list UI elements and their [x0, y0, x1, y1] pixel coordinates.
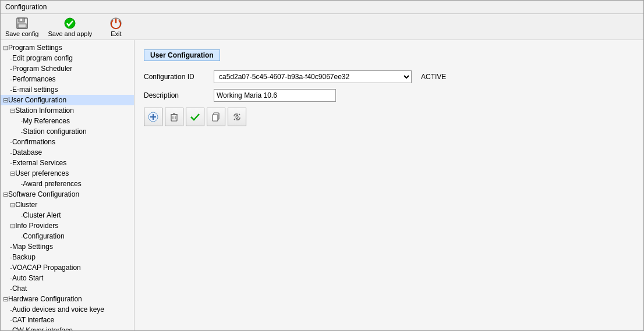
save-icon: [15, 16, 29, 30]
sidebar-item-auto-start[interactable]: - Auto Start: [1, 273, 134, 283]
activate-button[interactable]: [186, 108, 204, 126]
sidebar-item-external-services[interactable]: - External Services: [1, 158, 134, 168]
svg-rect-3: [20, 19, 22, 21]
sidebar-item-user-configuration[interactable]: ⊟ User Configuration: [1, 95, 134, 105]
sidebar-item-station-information[interactable]: ⊟ Station Information: [1, 105, 134, 116]
save-apply-icon: [63, 16, 77, 30]
section-title: User Configuration: [144, 49, 220, 61]
sidebar: ⊟ Program Settings - Edit program config…: [1, 40, 135, 330]
action-buttons: [144, 108, 634, 126]
content-area: User Configuration Configuration ID ca5d…: [135, 40, 643, 330]
svg-line-18: [239, 114, 240, 115]
description-input[interactable]: [214, 89, 336, 102]
sidebar-item-backup[interactable]: - Backup: [1, 252, 134, 262]
save-config-label: Save config: [5, 30, 38, 37]
config-id-label: Configuration ID: [144, 73, 214, 81]
svg-rect-10: [171, 115, 177, 121]
status-badge: ACTIVE: [421, 73, 446, 81]
description-row: Description: [144, 89, 634, 102]
sidebar-item-map-settings[interactable]: - Map Settings: [1, 241, 134, 252]
exit-label: Exit: [111, 30, 121, 37]
sidebar-item-voacap-propagation[interactable]: - VOACAP Propagation: [1, 262, 134, 273]
sidebar-item-configuration[interactable]: - Configuration: [1, 231, 134, 241]
main-window: Configuration Save config Save an: [0, 0, 644, 331]
sidebar-item-award-preferences[interactable]: - Award preferences: [1, 179, 134, 189]
save-config-button[interactable]: Save config: [5, 16, 38, 37]
svg-rect-16: [213, 115, 218, 121]
sidebar-item-cluster[interactable]: ⊟ Cluster: [1, 200, 134, 210]
sidebar-item-edit-program-config[interactable]: - Edit program config: [1, 53, 134, 63]
sidebar-item-chat[interactable]: - Chat: [1, 283, 134, 294]
sidebar-item-database[interactable]: - Database: [1, 147, 134, 158]
sidebar-item-cat-interface[interactable]: - CAT interface: [1, 315, 134, 325]
sidebar-item-station-configuration[interactable]: - Station configuration: [1, 126, 134, 137]
sidebar-item-cw-keyer[interactable]: - CW Keyer interface: [1, 325, 134, 330]
sidebar-item-info-providers[interactable]: ⊟ Info Providers: [1, 220, 134, 231]
toolbar: Save config Save and apply Exit: [1, 14, 643, 40]
title-bar: Configuration: [1, 1, 643, 14]
save-apply-button[interactable]: Save and apply: [48, 16, 92, 37]
config-id-row: Configuration ID ca5d2a07-5c45-4607-b93a…: [144, 70, 634, 83]
save-apply-label: Save and apply: [48, 30, 92, 37]
exit-button[interactable]: Exit: [101, 16, 130, 37]
sidebar-item-program-scheduler[interactable]: - Program Scheduler: [1, 63, 134, 74]
svg-rect-2: [18, 24, 26, 28]
description-label: Description: [144, 91, 214, 99]
add-button[interactable]: [144, 108, 162, 126]
window-title: Configuration: [5, 3, 47, 11]
delete-button[interactable]: [165, 108, 183, 126]
config-id-input-wrapper: ca5d2a07-5c45-4607-b93a-f40c9067ee32 ACT…: [214, 70, 446, 83]
copy-button[interactable]: [207, 108, 225, 126]
main-content: ⊟ Program Settings - Edit program config…: [1, 40, 643, 330]
config-id-select[interactable]: ca5d2a07-5c45-4607-b93a-f40c9067ee32: [214, 70, 412, 83]
sidebar-item-software-configuration[interactable]: ⊟ Software Configuration: [1, 189, 134, 200]
sidebar-item-email-settings[interactable]: - E-mail settings: [1, 84, 134, 95]
svg-line-17: [234, 119, 235, 120]
exit-icon: [109, 16, 123, 30]
sidebar-item-user-preferences[interactable]: ⊟ User preferences: [1, 168, 134, 179]
sidebar-item-program-settings[interactable]: ⊟ Program Settings: [1, 42, 134, 53]
sidebar-item-my-references[interactable]: - My References: [1, 116, 134, 126]
sidebar-item-cluster-alert[interactable]: - Cluster Alert: [1, 210, 134, 220]
sidebar-item-audio-devices[interactable]: - Audio devices and voice keye: [1, 304, 134, 315]
sidebar-item-confirmations[interactable]: - Confirmations: [1, 137, 134, 147]
link-button[interactable]: [228, 108, 246, 126]
sidebar-item-performances[interactable]: - Performances: [1, 74, 134, 84]
sidebar-item-hardware-configuration[interactable]: ⊟ Hardware Configuration: [1, 294, 134, 304]
